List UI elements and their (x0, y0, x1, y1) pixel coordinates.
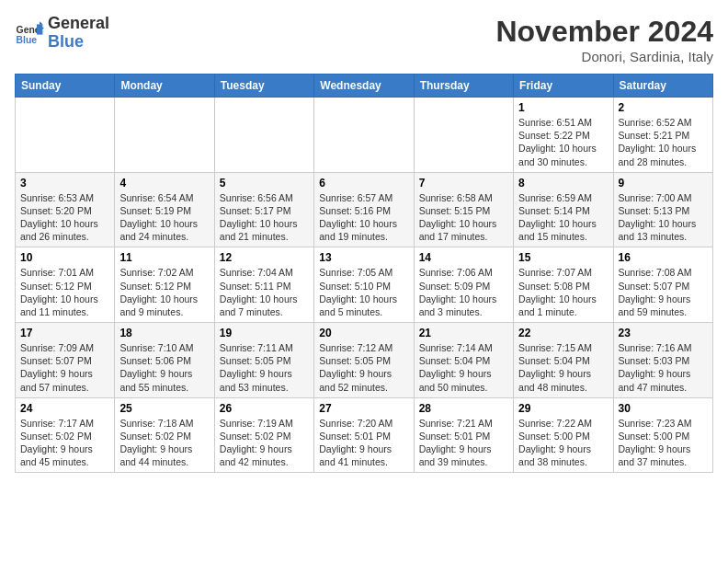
weekday-header: Monday (115, 75, 214, 98)
calendar-cell: 17Sunrise: 7:09 AM Sunset: 5:07 PM Dayli… (16, 323, 115, 398)
day-info: Sunrise: 7:02 AM Sunset: 5:12 PM Dayligh… (119, 266, 209, 318)
day-number: 11 (119, 251, 209, 264)
calendar-cell (414, 98, 513, 173)
svg-marker-2 (37, 24, 42, 34)
day-number: 27 (319, 402, 408, 415)
day-number: 10 (20, 251, 109, 264)
weekday-header: Thursday (414, 75, 513, 98)
calendar-week-row: 24Sunrise: 7:17 AM Sunset: 5:02 PM Dayli… (16, 397, 713, 473)
svg-text:Blue: Blue (17, 35, 38, 45)
logo: General Blue GeneralBlue (15, 15, 109, 52)
day-info: Sunrise: 6:53 AM Sunset: 5:20 PM Dayligh… (20, 191, 109, 244)
day-number: 4 (119, 177, 209, 190)
day-info: Sunrise: 7:16 AM Sunset: 5:03 PM Dayligh… (619, 341, 708, 394)
day-info: Sunrise: 7:00 AM Sunset: 5:13 PM Dayligh… (619, 191, 708, 244)
calendar-cell: 8Sunrise: 6:59 AM Sunset: 5:14 PM Daylig… (514, 172, 613, 247)
calendar-cell: 29Sunrise: 7:22 AM Sunset: 5:00 PM Dayli… (514, 397, 613, 473)
day-info: Sunrise: 7:22 AM Sunset: 5:00 PM Dayligh… (518, 417, 608, 469)
calendar-cell (214, 98, 313, 173)
day-number: 5 (220, 177, 309, 190)
calendar-cell: 16Sunrise: 7:08 AM Sunset: 5:07 PM Dayli… (613, 247, 712, 323)
calendar-cell: 3Sunrise: 6:53 AM Sunset: 5:20 PM Daylig… (16, 172, 115, 247)
day-info: Sunrise: 7:17 AM Sunset: 5:02 PM Dayligh… (20, 417, 109, 469)
calendar-table: SundayMondayTuesdayWednesdayThursdayFrid… (15, 74, 713, 473)
day-info: Sunrise: 7:06 AM Sunset: 5:09 PM Dayligh… (419, 266, 508, 318)
calendar-cell: 20Sunrise: 7:12 AM Sunset: 5:05 PM Dayli… (314, 323, 414, 398)
day-info: Sunrise: 6:57 AM Sunset: 5:16 PM Dayligh… (319, 191, 408, 244)
day-number: 3 (20, 177, 109, 190)
calendar-cell: 15Sunrise: 7:07 AM Sunset: 5:08 PM Dayli… (514, 247, 613, 323)
calendar-week-row: 17Sunrise: 7:09 AM Sunset: 5:07 PM Dayli… (16, 323, 713, 398)
day-number: 20 (319, 327, 408, 339)
day-info: Sunrise: 7:10 AM Sunset: 5:06 PM Dayligh… (119, 341, 209, 394)
day-number: 24 (20, 402, 109, 415)
day-number: 7 (419, 177, 508, 190)
weekday-header: Friday (514, 75, 613, 98)
calendar-cell: 9Sunrise: 7:00 AM Sunset: 5:13 PM Daylig… (613, 172, 712, 247)
day-number: 13 (319, 251, 408, 264)
day-info: Sunrise: 6:56 AM Sunset: 5:17 PM Dayligh… (220, 191, 309, 244)
calendar-cell: 14Sunrise: 7:06 AM Sunset: 5:09 PM Dayli… (414, 247, 513, 323)
calendar-cell: 4Sunrise: 6:54 AM Sunset: 5:19 PM Daylig… (115, 172, 214, 247)
day-info: Sunrise: 7:21 AM Sunset: 5:01 PM Dayligh… (419, 417, 508, 469)
day-info: Sunrise: 7:18 AM Sunset: 5:02 PM Dayligh… (119, 417, 209, 469)
day-number: 1 (518, 101, 608, 114)
day-number: 19 (220, 327, 309, 339)
weekday-header: Saturday (613, 75, 712, 98)
day-info: Sunrise: 7:23 AM Sunset: 5:00 PM Dayligh… (619, 417, 708, 469)
logo-text: GeneralBlue (48, 15, 109, 52)
day-number: 8 (518, 177, 608, 190)
day-number: 22 (518, 327, 608, 339)
day-info: Sunrise: 7:04 AM Sunset: 5:11 PM Dayligh… (220, 266, 309, 318)
day-info: Sunrise: 7:15 AM Sunset: 5:04 PM Dayligh… (518, 341, 608, 394)
day-number: 2 (619, 101, 708, 114)
day-number: 9 (619, 177, 708, 190)
svg-marker-3 (40, 21, 42, 24)
calendar-cell: 22Sunrise: 7:15 AM Sunset: 5:04 PM Dayli… (514, 323, 613, 398)
calendar-cell: 21Sunrise: 7:14 AM Sunset: 5:04 PM Dayli… (414, 323, 513, 398)
calendar-header-row: SundayMondayTuesdayWednesdayThursdayFrid… (16, 75, 713, 98)
calendar-cell: 28Sunrise: 7:21 AM Sunset: 5:01 PM Dayli… (414, 397, 513, 473)
day-info: Sunrise: 6:58 AM Sunset: 5:15 PM Dayligh… (419, 191, 508, 244)
day-info: Sunrise: 7:08 AM Sunset: 5:07 PM Dayligh… (619, 266, 708, 318)
page-header: General Blue GeneralBlue November 2024 D… (15, 15, 713, 64)
day-info: Sunrise: 7:05 AM Sunset: 5:10 PM Dayligh… (319, 266, 408, 318)
day-number: 29 (518, 402, 608, 415)
calendar-cell: 7Sunrise: 6:58 AM Sunset: 5:15 PM Daylig… (414, 172, 513, 247)
day-number: 6 (319, 177, 408, 190)
calendar-cell: 26Sunrise: 7:19 AM Sunset: 5:02 PM Dayli… (214, 397, 313, 473)
day-number: 14 (419, 251, 508, 264)
calendar-cell (314, 98, 414, 173)
calendar-cell: 27Sunrise: 7:20 AM Sunset: 5:01 PM Dayli… (314, 397, 414, 473)
calendar-week-row: 3Sunrise: 6:53 AM Sunset: 5:20 PM Daylig… (16, 172, 713, 247)
calendar-week-row: 10Sunrise: 7:01 AM Sunset: 5:12 PM Dayli… (16, 247, 713, 323)
day-number: 30 (619, 402, 708, 415)
day-info: Sunrise: 7:11 AM Sunset: 5:05 PM Dayligh… (220, 341, 309, 394)
day-info: Sunrise: 6:52 AM Sunset: 5:21 PM Dayligh… (619, 116, 708, 168)
calendar-cell: 5Sunrise: 6:56 AM Sunset: 5:17 PM Daylig… (214, 172, 313, 247)
location: Donori, Sardinia, Italy (495, 49, 713, 64)
title-block: November 2024 Donori, Sardinia, Italy (495, 15, 713, 64)
calendar-cell: 24Sunrise: 7:17 AM Sunset: 5:02 PM Dayli… (16, 397, 115, 473)
calendar-cell: 30Sunrise: 7:23 AM Sunset: 5:00 PM Dayli… (613, 397, 712, 473)
calendar-cell: 25Sunrise: 7:18 AM Sunset: 5:02 PM Dayli… (115, 397, 214, 473)
weekday-header: Sunday (16, 75, 115, 98)
day-info: Sunrise: 6:54 AM Sunset: 5:19 PM Dayligh… (119, 191, 209, 244)
weekday-header: Tuesday (214, 75, 313, 98)
day-info: Sunrise: 7:07 AM Sunset: 5:08 PM Dayligh… (518, 266, 608, 318)
logo-icon: General Blue (15, 18, 44, 48)
day-number: 28 (419, 402, 508, 415)
day-number: 18 (119, 327, 209, 339)
day-info: Sunrise: 7:12 AM Sunset: 5:05 PM Dayligh… (319, 341, 408, 394)
day-info: Sunrise: 7:19 AM Sunset: 5:02 PM Dayligh… (220, 417, 309, 469)
day-number: 17 (20, 327, 109, 339)
calendar-cell: 2Sunrise: 6:52 AM Sunset: 5:21 PM Daylig… (613, 98, 712, 173)
day-info: Sunrise: 7:20 AM Sunset: 5:01 PM Dayligh… (319, 417, 408, 469)
day-info: Sunrise: 6:51 AM Sunset: 5:22 PM Dayligh… (518, 116, 608, 168)
day-number: 26 (220, 402, 309, 415)
day-info: Sunrise: 7:09 AM Sunset: 5:07 PM Dayligh… (20, 341, 109, 394)
day-number: 21 (419, 327, 508, 339)
day-info: Sunrise: 7:14 AM Sunset: 5:04 PM Dayligh… (419, 341, 508, 394)
calendar-cell (16, 98, 115, 173)
day-number: 23 (619, 327, 708, 339)
